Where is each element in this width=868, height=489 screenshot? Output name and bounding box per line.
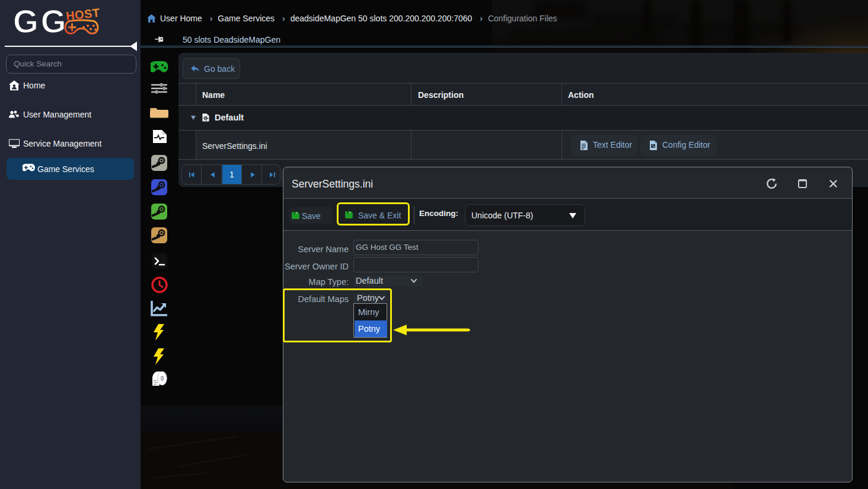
svg-text:GG: GG <box>13 5 69 39</box>
